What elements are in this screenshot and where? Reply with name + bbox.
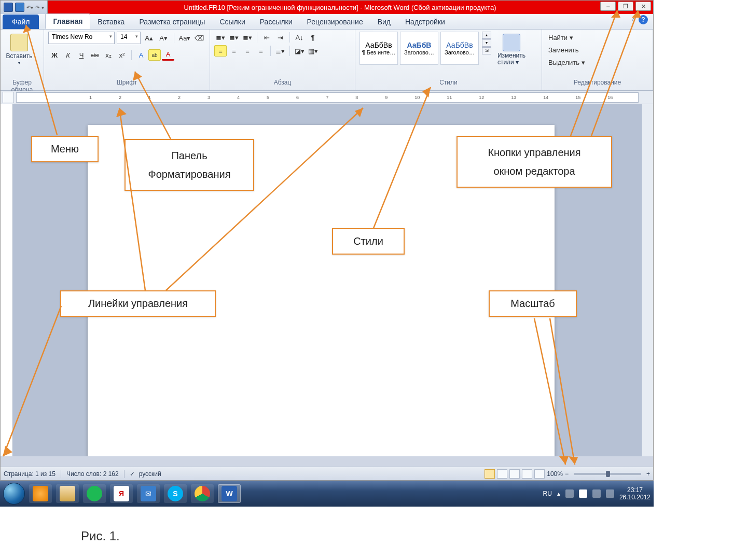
zoom-out-button[interactable]: − <box>565 470 569 478</box>
tab-view[interactable]: Вид <box>370 15 398 29</box>
grow-font-button[interactable]: A▴ <box>143 32 155 44</box>
taskbar-mail[interactable]: ✉ <box>137 484 160 503</box>
tab-review[interactable]: Рецензирование <box>300 15 370 29</box>
maximize-button[interactable]: ❐ <box>618 2 633 11</box>
zoom-in-button[interactable]: + <box>646 470 650 478</box>
tab-mailings[interactable]: Рассылки <box>253 15 300 29</box>
zoom-value[interactable]: 100% <box>547 470 563 478</box>
indent-button[interactable]: ⇥ <box>274 32 286 43</box>
paste-button[interactable]: Вставить ▾ <box>5 32 34 65</box>
system-tray: RU ▴ 23:17 26.10.2012 <box>543 486 651 501</box>
strike-button[interactable]: abc <box>89 49 101 61</box>
tab-references[interactable]: Ссылки <box>212 15 252 29</box>
undo-icon[interactable]: ↶▾ <box>26 5 33 10</box>
view-web[interactable] <box>509 469 520 479</box>
multilevel-button[interactable]: ≣▾ <box>241 32 254 43</box>
bullets-button[interactable]: ≣▾ <box>214 32 227 43</box>
shading-button[interactable]: ◪▾ <box>293 45 306 57</box>
highlight-button[interactable]: ab <box>148 49 161 61</box>
redo-icon[interactable]: ↷ <box>35 5 39 10</box>
group-clipboard: Вставить ▾ Буфер обмена <box>1 30 44 90</box>
taskbar-chrome[interactable] <box>191 484 214 503</box>
view-outline[interactable] <box>522 469 532 479</box>
tab-page-layout[interactable]: Разметка страницы <box>132 15 212 29</box>
qat-dropdown-icon[interactable]: ▾ <box>42 5 44 10</box>
style-heading1[interactable]: АаБбВ Заголово… <box>400 32 438 65</box>
status-language[interactable]: русский <box>139 470 161 478</box>
close-button[interactable]: ✕ <box>635 2 651 11</box>
horizontal-ruler[interactable]: 12123456789101112131415161718 <box>16 92 639 103</box>
tray-icon[interactable] <box>565 489 574 498</box>
find-button[interactable]: Найти ▾ <box>546 32 575 43</box>
start-button[interactable] <box>3 483 25 505</box>
tab-insert[interactable]: Вставка <box>90 15 132 29</box>
align-right-button[interactable]: ≡ <box>241 45 254 57</box>
replace-button[interactable]: Заменить <box>546 44 580 55</box>
tab-selector[interactable] <box>3 92 14 103</box>
styles-scroller[interactable]: ▴▾⇲ <box>482 32 491 54</box>
view-draft[interactable] <box>534 469 545 479</box>
font-name-select[interactable]: Times New Ro <box>48 32 115 44</box>
horizontal-ruler-area: 12123456789101112131415161718 <box>1 91 653 104</box>
dedent-button[interactable]: ⇤ <box>260 32 273 43</box>
text-effects-button[interactable]: A <box>135 49 147 61</box>
minimize-button[interactable]: ⏤ <box>600 2 616 11</box>
style-name: Заголово… <box>445 49 475 55</box>
tab-addins[interactable]: Надстройки <box>398 15 452 29</box>
tray-flag-icon[interactable] <box>579 489 587 498</box>
style-name: Заголово… <box>404 49 434 55</box>
clear-format-button[interactable]: ⌫ <box>193 32 205 44</box>
zoom-slider[interactable] <box>574 473 641 475</box>
line-spacing-button[interactable]: ≣▾ <box>274 45 286 57</box>
tray-show-hidden-icon[interactable]: ▴ <box>557 490 560 497</box>
tray-language[interactable]: RU <box>543 490 552 497</box>
taskbar-media-player[interactable] <box>29 484 52 503</box>
taskbar-explorer[interactable] <box>56 484 79 503</box>
style-normal[interactable]: АаБбВв ¶ Без инте… <box>359 32 398 65</box>
italic-button[interactable]: К <box>62 49 74 61</box>
vertical-scrollbar[interactable] <box>642 104 653 456</box>
zoom-thumb[interactable] <box>606 471 610 477</box>
change-case-button[interactable]: Aa▾ <box>178 32 191 44</box>
numbering-button[interactable]: ≣▾ <box>228 32 240 43</box>
font-color-button[interactable]: A <box>162 49 174 61</box>
underline-button[interactable]: Ч <box>75 49 88 61</box>
group-label-font: Шрифт <box>48 79 205 89</box>
bold-button[interactable]: Ж <box>48 49 61 61</box>
show-marks-button[interactable]: ¶ <box>307 32 319 43</box>
subscript-button[interactable]: x₂ <box>102 49 115 61</box>
ribbon-minimize-icon[interactable]: ▵ <box>632 15 635 24</box>
font-size-select[interactable]: 14 <box>117 32 141 44</box>
tab-home[interactable]: Главная <box>45 13 90 29</box>
border-button[interactable]: ▦▾ <box>307 45 319 57</box>
help-icon[interactable]: ? <box>639 15 648 24</box>
taskbar-skype[interactable]: S <box>164 484 187 503</box>
change-styles-button[interactable]: Изменить стили ▾ <box>493 32 530 66</box>
align-left-button[interactable]: ≡ <box>214 45 227 57</box>
status-words[interactable]: Число слов: 2 162 <box>66 470 119 478</box>
select-button[interactable]: Выделить ▾ <box>546 57 587 68</box>
windows-taskbar: Я ✉ S W RU ▴ 23:17 26.10.2012 <box>0 481 654 507</box>
tray-network-icon[interactable] <box>592 489 601 498</box>
status-page[interactable]: Страница: 1 из 15 <box>4 470 56 478</box>
proofing-icon[interactable]: ✓ <box>130 470 135 478</box>
shrink-font-button[interactable]: A▾ <box>157 32 170 44</box>
view-print-layout[interactable] <box>485 469 495 479</box>
superscript-button[interactable]: x² <box>116 49 128 61</box>
style-heading2[interactable]: АаБбВв Заголово… <box>440 32 479 65</box>
align-center-button[interactable]: ≡ <box>228 45 240 57</box>
figure-caption: Рис. 1. <box>81 529 120 543</box>
taskbar-mail-ru[interactable] <box>83 484 106 503</box>
tray-clock[interactable]: 23:17 26.10.2012 <box>619 486 651 501</box>
tray-volume-icon[interactable] <box>606 489 614 498</box>
view-full-screen[interactable] <box>497 469 507 479</box>
align-justify-button[interactable]: ≡ <box>255 45 267 57</box>
vertical-ruler[interactable] <box>1 104 13 456</box>
sort-button[interactable]: A↓ <box>293 32 306 43</box>
save-icon[interactable] <box>15 3 24 12</box>
taskbar-yandex[interactable]: Я <box>110 484 133 503</box>
tab-file[interactable]: Файл <box>3 15 39 29</box>
quick-access-toolbar: ↶▾ ↷ ▾ <box>1 1 48 14</box>
ribbon-tabs: Файл Главная Вставка Разметка страницы С… <box>1 14 653 30</box>
taskbar-word[interactable]: W <box>218 484 241 503</box>
